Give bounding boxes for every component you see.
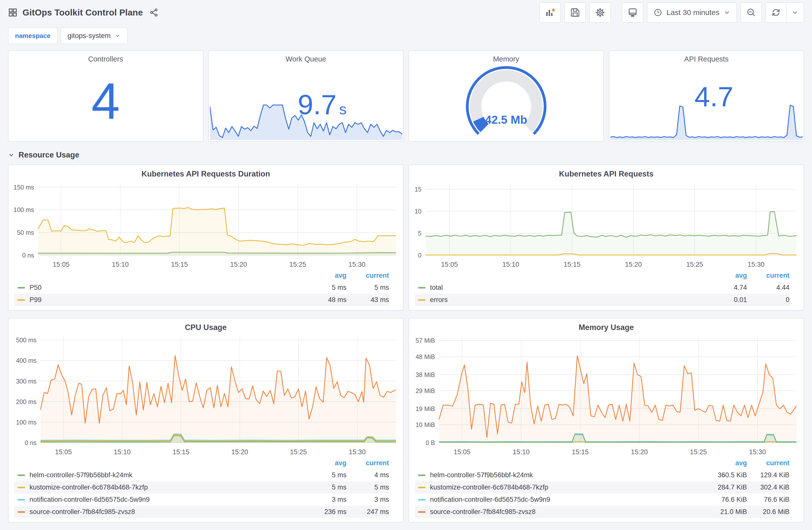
panel-work-queue: Work Queue 9.7s — [208, 50, 404, 142]
svg-text:5: 5 — [418, 230, 421, 237]
panel-title[interactable]: Memory — [409, 51, 604, 63]
panel-title[interactable]: API Requests — [609, 51, 804, 63]
panel-title[interactable]: Memory Usage — [409, 319, 803, 333]
series-name[interactable]: notification-controller-6d56575dc-5w9n9 — [30, 496, 304, 503]
svg-text:15:05: 15:05 — [441, 261, 458, 268]
series-current-value: 5 ms — [346, 284, 389, 292]
time-range-picker[interactable]: Last 30 minutes — [647, 2, 737, 23]
series-avg-value: 4.74 — [705, 284, 747, 292]
legend-col-avg[interactable]: avg — [304, 272, 346, 280]
chevron-down-icon — [8, 152, 15, 158]
panel-title[interactable]: Work Queue — [209, 51, 403, 63]
legend-row: P9948 ms43 ms — [15, 294, 389, 306]
legend-col-avg[interactable]: avg — [304, 459, 346, 467]
memory-gauge — [409, 65, 604, 138]
svg-text:0 B: 0 B — [425, 439, 435, 446]
series-color-dash — [17, 299, 25, 301]
legend-row: helm-controller-57f9b56bbf-k24mk360.5 Ki… — [415, 469, 789, 481]
series-current-value: 4.44 — [747, 284, 789, 292]
svg-text:15:15: 15:15 — [173, 448, 190, 456]
add-panel-button[interactable] — [539, 2, 561, 23]
variable-value-dropdown[interactable]: gitops-system — [60, 28, 128, 44]
legend: avgcurrent helm-controller-57f9b56bbf-k2… — [409, 458, 803, 522]
series-name[interactable]: total — [430, 284, 705, 292]
series-current-value: 3 ms — [346, 496, 389, 503]
panel-memory-usage: Memory Usage 15:0515:1015:1515:2015:2515… — [408, 318, 804, 522]
series-name[interactable]: source-controller-7fb84fc985-zvsz8 — [430, 508, 705, 516]
share-icon[interactable] — [149, 8, 158, 17]
svg-text:15:10: 15:10 — [502, 261, 519, 268]
time-range-label: Last 30 minutes — [666, 8, 720, 17]
legend-col-avg[interactable]: avg — [705, 459, 747, 467]
panel-api-requests-stat: API Requests 4.7 — [609, 50, 804, 142]
time-series-chart: 15:0515:1015:1515:2015:2515:30051015 — [409, 179, 803, 271]
gauge-value: 42.5 Mb — [409, 113, 604, 127]
section-title: Resource Usage — [18, 150, 79, 160]
chevron-down-icon — [723, 9, 730, 16]
svg-text:15:25: 15:25 — [686, 261, 703, 268]
series-name[interactable]: kustomize-controller-6c6784b468-7kzfp — [430, 484, 705, 491]
series-avg-value: 236 ms — [304, 508, 346, 516]
svg-text:15:20: 15:20 — [625, 261, 642, 268]
svg-text:15:30: 15:30 — [748, 261, 765, 268]
legend-col-current[interactable]: current — [346, 459, 389, 467]
legend-row: source-controller-7fb84fc985-zvsz821.0 M… — [415, 506, 789, 518]
series-name[interactable]: P99 — [30, 296, 304, 304]
svg-text:100 ms: 100 ms — [14, 206, 34, 213]
series-color-dash — [418, 499, 425, 501]
stats-row: Controllers 4 Work Queue 9.7s Memory 42.… — [0, 50, 812, 142]
legend-col-current[interactable]: current — [747, 272, 789, 280]
svg-text:500 ms: 500 ms — [16, 337, 37, 343]
time-series-chart: 15:0515:1015:1515:2015:2515:300 B10 MiB1… — [409, 333, 803, 458]
save-dashboard-button[interactable] — [564, 2, 586, 23]
series-name[interactable]: notification-controller-6d56575dc-5w9n9 — [430, 496, 705, 503]
svg-text:100 ms: 100 ms — [16, 419, 37, 426]
legend-col-avg[interactable]: avg — [705, 272, 747, 280]
legend-col-current[interactable]: current — [747, 459, 789, 467]
series-color-dash — [17, 474, 25, 476]
svg-text:15:10: 15:10 — [112, 261, 129, 268]
refresh-button-group — [766, 2, 804, 23]
series-color-dash — [418, 487, 425, 488]
series-current-value: 76.6 KiB — [747, 496, 789, 503]
zoom-out-button[interactable] — [740, 2, 762, 23]
legend-row: notification-controller-6d56575dc-5w9n93… — [15, 494, 389, 506]
series-name[interactable]: helm-controller-57f9b56bbf-k24mk — [430, 471, 705, 479]
svg-text:15: 15 — [415, 186, 421, 193]
svg-text:57 MiB: 57 MiB — [416, 337, 435, 344]
series-name[interactable]: P50 — [30, 284, 304, 292]
panel-title[interactable]: CPU Usage — [9, 319, 403, 333]
series-name[interactable]: helm-controller-57f9b56bbf-k24mk — [30, 471, 304, 479]
svg-text:15:25: 15:25 — [290, 448, 307, 456]
legend-row: P505 ms5 ms — [15, 281, 389, 294]
series-color-dash — [17, 499, 25, 501]
panel-title[interactable]: Kubernetes API Requests — [409, 165, 803, 179]
series-avg-value: 21.0 MiB — [705, 508, 747, 516]
refresh-interval-dropdown[interactable] — [786, 3, 803, 22]
legend-row: errors0.010 — [415, 294, 789, 306]
series-current-value: 5 ms — [346, 484, 389, 491]
legend-col-current[interactable]: current — [346, 272, 389, 280]
legend-row: notification-controller-6d56575dc-5w9n97… — [415, 494, 789, 506]
series-current-value: 247 ms — [346, 508, 389, 516]
svg-text:15:05: 15:05 — [453, 448, 470, 456]
svg-text:400 ms: 400 ms — [16, 357, 37, 364]
svg-text:15:05: 15:05 — [55, 448, 72, 456]
series-color-dash — [418, 287, 425, 289]
tv-kiosk-button[interactable] — [622, 2, 643, 23]
panel-title[interactable]: Kubernetes API Requests Duration — [9, 165, 403, 179]
series-color-dash — [17, 511, 25, 513]
series-name[interactable]: source-controller-7fb84fc985-zvsz8 — [30, 508, 304, 516]
series-name[interactable]: errors — [430, 296, 705, 304]
series-avg-value: 0.01 — [705, 296, 747, 304]
series-color-dash — [17, 287, 25, 289]
series-name[interactable]: kustomize-controller-6c6784b468-7kzfp — [30, 484, 304, 491]
variable-label-namespace: namespace — [8, 28, 58, 44]
series-color-dash — [418, 474, 425, 476]
dashboard-settings-button[interactable] — [589, 2, 611, 23]
refresh-button[interactable] — [766, 3, 786, 22]
legend-row: total4.744.44 — [415, 281, 789, 294]
dashboard-grid-icon[interactable] — [8, 8, 17, 17]
svg-text:0 ns: 0 ns — [25, 439, 37, 446]
section-resource-usage[interactable]: Resource Usage — [0, 142, 812, 164]
